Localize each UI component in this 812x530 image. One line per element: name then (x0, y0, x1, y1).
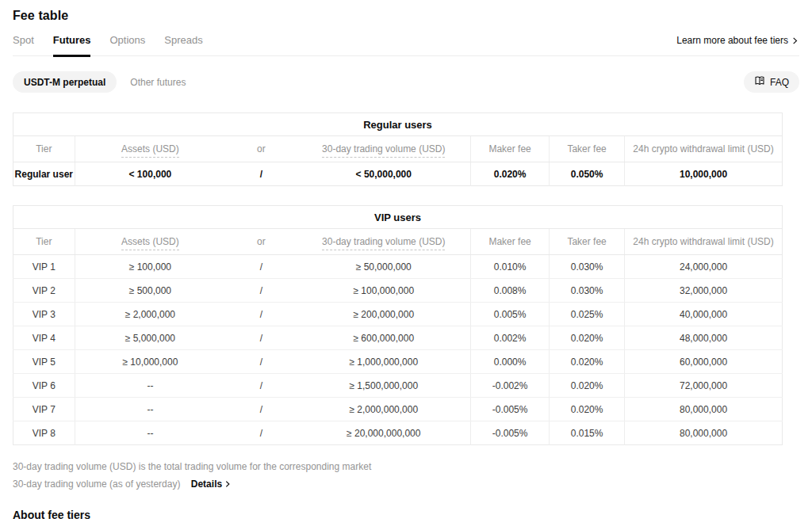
fee-tables-section: Regular usersTierAssets (USD)or30-day tr… (13, 112, 783, 445)
cell-vip-7-maker-fee: -0.005% (471, 398, 550, 421)
chevron-right-icon (224, 480, 232, 488)
cell-vip-2-taker-fee: 0.030% (550, 279, 625, 303)
cell-vip-5-or: / (225, 350, 297, 374)
page-title: Fee table (13, 0, 799, 22)
cell-regular-user-taker-fee: 0.050% (550, 162, 625, 186)
cell-vip-4-tier: VIP 4 (13, 326, 75, 350)
tab-options[interactable]: Options (109, 35, 145, 55)
cell-regular-user-or: / (225, 162, 297, 186)
cell-vip-4-24h-crypto-withdrawal-limit-usd: 48,000,000 (625, 326, 783, 350)
cell-vip-5-assets-usd: ≥ 10,000,000 (75, 350, 225, 374)
col-header-taker-fee: Taker fee (550, 136, 625, 162)
cell-vip-3-or: / (225, 303, 297, 326)
cell-vip-2-30-day-trading-volume-usd: ≥ 100,000,000 (297, 279, 470, 303)
cell-vip-5-30-day-trading-volume-usd: ≥ 1,000,000,000 (297, 350, 470, 374)
cell-vip-6-taker-fee: 0.020% (550, 374, 625, 398)
cell-vip-2-24h-crypto-withdrawal-limit-usd: 32,000,000 (625, 279, 783, 303)
regular-users-table: Regular usersTierAssets (USD)or30-day tr… (13, 112, 783, 186)
tab-futures[interactable]: Futures (53, 35, 91, 57)
filter-other-futures[interactable]: Other futures (130, 77, 186, 88)
col-header-24h-crypto-withdrawal-limit-usd: 24h crypto withdrawal limit (USD) (625, 229, 783, 255)
tab-spot[interactable]: Spot (13, 35, 34, 55)
chevron-right-icon (791, 36, 799, 45)
cell-vip-3-taker-fee: 0.025% (550, 303, 625, 326)
col-header-assets-usd: Assets (USD) (75, 136, 225, 162)
table-row-vip-1: VIP 1≥ 100,000/≥ 50,000,0000.010%0.030%2… (13, 255, 783, 279)
cell-vip-1-maker-fee: 0.010% (471, 255, 550, 279)
regular-users-table-container: Regular usersTierAssets (USD)or30-day tr… (13, 112, 783, 186)
about-fee-tiers-section: About fee tiers Our trading fees are dif… (13, 509, 799, 530)
cell-regular-user-24h-crypto-withdrawal-limit-usd: 10,000,000 (625, 162, 783, 186)
faq-button[interactable]: FAQ (744, 71, 799, 93)
cell-vip-5-maker-fee: 0.000% (471, 350, 550, 374)
vip-users-table-title: VIP users (13, 206, 783, 229)
vip-users-table-header-row: TierAssets (USD)or30-day trading volume … (13, 229, 783, 255)
learn-more-link[interactable]: Learn more about fee tiers (676, 35, 799, 55)
cell-vip-3-24h-crypto-withdrawal-limit-usd: 40,000,000 (625, 303, 783, 326)
cell-regular-user-maker-fee: 0.020% (471, 162, 550, 186)
table-row-vip-5: VIP 5≥ 10,000,000/≥ 1,000,000,0000.000%0… (13, 350, 783, 374)
cell-regular-user-tier: Regular user (13, 162, 75, 186)
tab-spreads[interactable]: Spreads (164, 35, 202, 55)
col-header-tier: Tier (13, 229, 75, 255)
col-header-30-day-trading-volume-usd-tooltip-trigger[interactable]: 30-day trading volume (USD) (322, 143, 445, 158)
cell-vip-7-24h-crypto-withdrawal-limit-usd: 80,000,000 (625, 398, 783, 421)
col-header-maker-fee: Maker fee (471, 229, 550, 255)
cell-vip-1-taker-fee: 0.030% (550, 255, 625, 279)
cell-vip-4-maker-fee: 0.002% (471, 326, 550, 350)
cell-vip-7-or: / (225, 398, 297, 421)
cell-vip-7-assets-usd: -- (75, 398, 225, 421)
filter-usdt-m-perpetual[interactable]: USDT-M perpetual (13, 71, 117, 93)
col-header-assets-usd: Assets (USD) (75, 229, 225, 255)
cell-vip-3-tier: VIP 3 (13, 303, 75, 326)
cell-vip-8-or: / (225, 421, 297, 445)
cell-vip-1-30-day-trading-volume-usd: ≥ 50,000,000 (297, 255, 470, 279)
cell-vip-7-tier: VIP 7 (13, 398, 75, 421)
cell-vip-4-assets-usd: ≥ 5,000,000 (75, 326, 225, 350)
regular-users-table-header-row: TierAssets (USD)or30-day trading volume … (13, 136, 783, 162)
cell-vip-2-maker-fee: 0.008% (471, 279, 550, 303)
cell-vip-6-or: / (225, 374, 297, 398)
col-header-30-day-trading-volume-usd-tooltip-trigger[interactable]: 30-day trading volume (USD) (322, 236, 445, 250)
details-link[interactable]: Details (191, 478, 232, 490)
cell-vip-1-assets-usd: ≥ 100,000 (75, 255, 225, 279)
cell-vip-6-24h-crypto-withdrawal-limit-usd: 72,000,000 (625, 374, 783, 398)
about-title: About fee tiers (13, 509, 799, 521)
footnotes: 30-day trading volume (USD) is the total… (13, 460, 799, 490)
vip-users-table-container: VIP usersTierAssets (USD)or30-day tradin… (13, 205, 783, 445)
col-header-30-day-trading-volume-usd: 30-day trading volume (USD) (297, 136, 470, 162)
market-tabs: Spot Futures Options Spreads Learn more … (13, 35, 799, 56)
faq-label: FAQ (770, 77, 789, 88)
table-row-vip-4: VIP 4≥ 5,000,000/≥ 600,000,0000.002%0.02… (13, 326, 783, 350)
fee-table-page: Fee table Spot Futures Options Spreads L… (0, 0, 812, 530)
table-row-vip-8: VIP 8--/≥ 20,000,000,000-0.005%0.015%80,… (13, 421, 783, 445)
table-row-vip-6: VIP 6--/≥ 1,500,000,000-0.002%0.020%72,0… (13, 374, 783, 398)
cell-vip-5-tier: VIP 5 (13, 350, 75, 374)
col-header-or: or (225, 229, 297, 255)
cell-vip-8-30-day-trading-volume-usd: ≥ 20,000,000,000 (297, 421, 470, 445)
cell-vip-4-30-day-trading-volume-usd: ≥ 600,000,000 (297, 326, 470, 350)
cell-vip-8-tier: VIP 8 (13, 421, 75, 445)
cell-vip-1-tier: VIP 1 (13, 255, 75, 279)
table-row-vip-2: VIP 2≥ 500,000/≥ 100,000,0000.008%0.030%… (13, 279, 783, 303)
note-volume-yesterday-text: 30-day trading volume (as of yesterday) (13, 479, 180, 490)
col-header-or: or (225, 136, 297, 162)
col-header-30-day-trading-volume-usd: 30-day trading volume (USD) (297, 229, 470, 255)
table-row-regular-user: Regular user< 100,000/< 50,000,0000.020%… (13, 162, 783, 186)
futures-filter-bar: USDT-M perpetual Other futures FAQ (13, 71, 799, 93)
cell-vip-8-24h-crypto-withdrawal-limit-usd: 80,000,000 (625, 421, 783, 445)
col-header-tier: Tier (13, 136, 75, 162)
vip-users-table: VIP usersTierAssets (USD)or30-day tradin… (13, 205, 783, 445)
cell-vip-4-taker-fee: 0.020% (550, 326, 625, 350)
cell-vip-3-maker-fee: 0.005% (471, 303, 550, 326)
cell-vip-2-or: / (225, 279, 297, 303)
cell-vip-6-tier: VIP 6 (13, 374, 75, 398)
col-header-assets-usd-tooltip-trigger[interactable]: Assets (USD) (121, 236, 179, 250)
col-header-maker-fee: Maker fee (471, 136, 550, 162)
cell-vip-6-30-day-trading-volume-usd: ≥ 1,500,000,000 (297, 374, 470, 398)
cell-vip-2-tier: VIP 2 (13, 279, 75, 303)
cell-vip-5-24h-crypto-withdrawal-limit-usd: 60,000,000 (625, 350, 783, 374)
cell-vip-1-24h-crypto-withdrawal-limit-usd: 24,000,000 (625, 255, 783, 279)
col-header-assets-usd-tooltip-trigger[interactable]: Assets (USD) (121, 143, 179, 158)
cell-vip-7-30-day-trading-volume-usd: ≥ 2,000,000,000 (297, 398, 470, 421)
